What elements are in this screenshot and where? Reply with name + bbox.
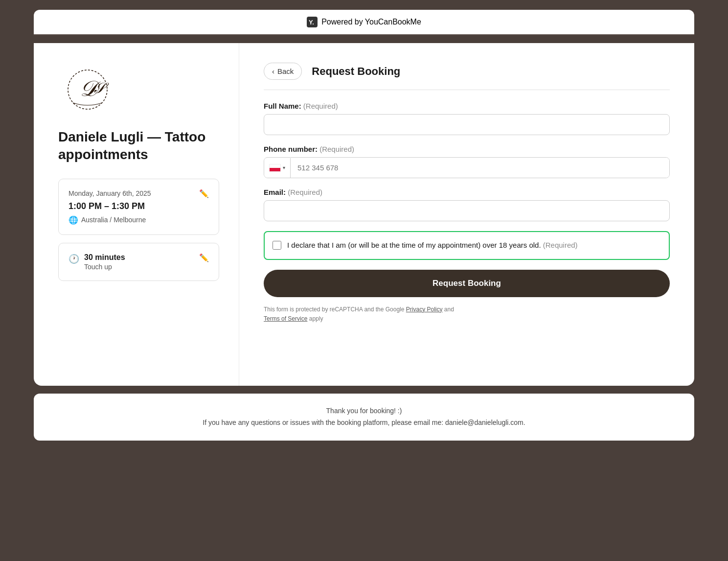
thank-you-line: Thank you for booking! :) [44, 405, 684, 417]
full-name-label: Full Name: (Required) [264, 102, 670, 110]
timezone-text: Australia / Melbourne [81, 216, 146, 224]
contact-line: If you have any questions or issues with… [44, 417, 684, 429]
logo-area: 𝒟 𝒮 [58, 68, 219, 114]
appointment-date: Monday, January 6th, 2025 [68, 189, 151, 197]
and-text: and [444, 306, 454, 313]
country-chevron-icon: ▾ [283, 165, 285, 170]
email-group: Email: (Required) [264, 188, 670, 221]
back-chevron-icon: ‹ [272, 67, 274, 75]
phone-label: Phone number: (Required) [264, 145, 670, 153]
email-required: (Required) [288, 188, 322, 196]
edit-date-icon[interactable]: ✏️ [199, 189, 209, 198]
phone-required: (Required) [319, 145, 354, 153]
phone-group: Phone number: (Required) ▾ [264, 145, 670, 178]
powered-by-text: Powered by YouCanBookMe [321, 18, 421, 26]
full-name-required: (Required) [303, 102, 338, 110]
age-declaration-label: I declare that I am (or will be at the t… [287, 240, 578, 251]
right-panel: ‹ Back Request Booking Full Name: (Requi… [239, 43, 694, 386]
page-title: Request Booking [312, 65, 400, 78]
svg-text:Y.: Y. [309, 19, 314, 26]
phone-input[interactable] [291, 158, 669, 178]
business-name: Daniele Lugli — Tattoo appointments [58, 128, 219, 164]
request-booking-button[interactable]: Request Booking [264, 270, 670, 297]
date-time-box: Monday, January 6th, 2025 ✏️ 1:00 PM – 1… [58, 179, 219, 235]
phone-row: ▾ [264, 157, 670, 178]
back-label: Back [277, 67, 294, 75]
clock-icon: 🕐 [68, 254, 79, 264]
top-bar: Y. Powered by YouCanBookMe [34, 10, 694, 35]
age-declaration-box: I declare that I am (or will be at the t… [264, 231, 670, 260]
globe-icon: 🌐 [68, 215, 78, 225]
full-name-input[interactable] [264, 114, 670, 135]
poland-flag-icon [269, 164, 281, 172]
privacy-policy-link[interactable]: Privacy Policy [406, 306, 443, 313]
duration-value: 30 minutes [84, 253, 125, 262]
ycbm-logo-icon: Y. [307, 17, 318, 27]
duration-box: 🕐 30 minutes Touch up ✏️ [58, 243, 219, 281]
main-card: 𝒟 𝒮 Daniele Lugli — Tattoo appointments … [34, 43, 694, 386]
back-button[interactable]: ‹ Back [264, 63, 302, 80]
terms-of-service-link[interactable]: Terms of Service [264, 315, 307, 322]
email-label: Email: (Required) [264, 188, 670, 196]
bottom-bar: Thank you for booking! :) If you have an… [34, 394, 694, 441]
email-input[interactable] [264, 200, 670, 221]
right-header: ‹ Back Request Booking [264, 63, 670, 90]
service-name: Touch up [84, 263, 125, 271]
recaptcha-text: This form is protected by reCAPTCHA and … [264, 305, 670, 324]
business-logo-icon: 𝒟 𝒮 [58, 68, 117, 112]
phone-country-selector[interactable]: ▾ [264, 158, 291, 178]
age-declaration-checkbox[interactable] [273, 241, 281, 250]
left-panel: 𝒟 𝒮 Daniele Lugli — Tattoo appointments … [34, 43, 239, 386]
full-name-group: Full Name: (Required) [264, 102, 670, 135]
edit-duration-icon[interactable]: ✏️ [199, 253, 209, 262]
appointment-time: 1:00 PM – 1:30 PM [68, 201, 209, 211]
apply-text: apply [309, 315, 323, 322]
age-checkbox-required: (Required) [543, 241, 578, 249]
